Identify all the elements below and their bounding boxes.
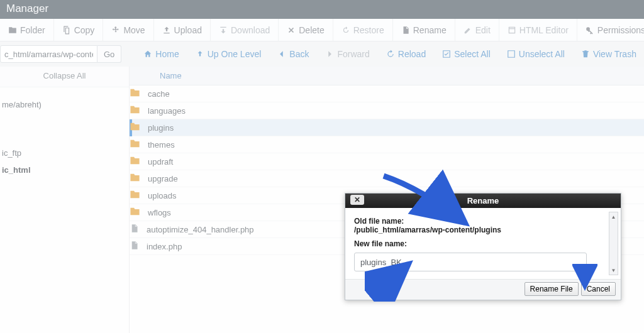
html-editor-icon [508,26,516,35]
view-trash-button[interactable]: View Trash [573,41,644,67]
up-one-level-button[interactable]: Up One Level [187,41,270,67]
file-icon [130,223,139,236]
forward-icon [325,50,334,58]
folder-icon [130,121,140,134]
modal-body: Old file name: /public_html/amarras/wp-c… [345,208,621,279]
scroll-up-icon[interactable]: ▲ [609,212,618,221]
folder-button[interactable]: Folder [0,19,54,41]
up-icon [196,50,204,58]
sidebar: Collapse All me/abreht) ic_ftp ic_html [0,67,130,333]
collapse-all-button[interactable]: Collapse All [0,67,129,87]
file-row[interactable]: themes [130,136,644,153]
folder-label: Folder [20,25,45,35]
modal-scrollbar[interactable]: ▲ ▼ [609,212,618,275]
up-label: Up One Level [208,49,262,59]
file-name: wflogs [148,208,171,217]
restore-icon [341,26,350,35]
copy-label: Copy [74,25,95,35]
old-name-label: Old file name: [354,217,612,226]
file-icon [130,240,139,253]
select-all-icon [442,50,451,58]
tree-item-ftp[interactable]: ic_ftp [0,145,129,161]
forward-label: Forward [337,49,369,59]
file-row[interactable]: updraft [130,153,644,170]
new-name-input[interactable] [354,253,587,271]
cancel-button[interactable]: Cancel [581,282,616,296]
restore-button[interactable]: Restore [333,19,393,41]
title-text: Manager [6,3,48,14]
folder-icon [130,206,140,219]
folder-icon [130,172,140,185]
modal-title-bar[interactable]: ✕ Rename [345,194,621,208]
home-button[interactable]: Home [135,41,187,67]
select-all-label: Select All [454,49,491,59]
close-icon[interactable]: ✕ [350,195,364,205]
folder-icon [130,189,140,202]
permissions-button[interactable]: Permissions [577,19,644,41]
folder-icon [8,26,17,35]
delete-label: Delete [299,25,324,35]
rename-modal: ✕ Rename Old file name: /public_html/ama… [345,193,621,300]
back-label: Back [289,49,309,59]
scroll-down-icon[interactable]: ▼ [609,266,618,275]
main-toolbar: Folder Copy Move Upload Download Delete … [0,19,644,41]
file-name: index.php [147,242,182,251]
permissions-label: Permissions [597,25,644,35]
trash-icon [581,50,590,58]
copy-icon [62,26,71,35]
column-header-name[interactable]: Name [130,67,644,85]
window-title: Manager [0,0,644,19]
folder-icon [130,138,140,151]
new-name-label: New file name: [354,239,612,248]
upload-label: Upload [174,25,202,35]
pencil-icon [464,26,472,35]
folder-icon [130,155,140,168]
select-all-button[interactable]: Select All [434,41,499,67]
file-name: updraft [148,157,173,166]
folder-icon [130,104,140,117]
html-editor-label: HTML Editor [519,25,569,35]
go-button[interactable]: Go [97,45,121,63]
view-trash-label: View Trash [593,49,636,59]
file-name: uploads [148,191,177,200]
file-name: autoptimize_404_handler.php [147,225,254,234]
edit-label: Edit [475,25,491,35]
file-row[interactable]: languages [130,102,644,119]
download-button[interactable]: Download [211,19,279,41]
reload-button[interactable]: Reload [378,41,434,67]
unselect-all-label: Unselect All [519,49,565,59]
file-row[interactable]: cache [130,85,644,102]
rename-button[interactable]: Rename [393,19,455,41]
delete-button[interactable]: Delete [279,19,333,41]
copy-button[interactable]: Copy [54,19,104,41]
back-icon [277,50,286,58]
file-name: languages [148,106,186,116]
file-row[interactable]: plugins [130,119,644,136]
file-name: cache [148,89,170,99]
rename-label: Rename [413,25,447,35]
unselect-all-button[interactable]: Unselect All [499,41,573,67]
rename-file-button[interactable]: Rename File [525,282,579,296]
action-bar: Go Home Up One Level Back Forward Reload… [0,41,644,67]
html-editor-button[interactable]: HTML Editor [499,19,577,41]
file-row[interactable]: upgrade [130,170,644,187]
key-icon [586,26,594,35]
restore-label: Restore [353,25,384,35]
home-icon [143,50,152,58]
move-button[interactable]: Move [103,19,153,41]
folder-icon [130,87,140,100]
forward-button[interactable]: Forward [317,41,377,67]
tree-item-root[interactable]: me/abreht) [0,96,129,113]
old-name-path: /public_html/amarras/wp-content/plugins [354,226,612,234]
reload-label: Reload [398,49,426,59]
file-name: plugins [148,123,174,133]
reload-icon [386,50,395,58]
path-input[interactable] [0,45,97,63]
back-button[interactable]: Back [269,41,317,67]
upload-button[interactable]: Upload [154,19,211,41]
tree-item-html[interactable]: ic_html [0,161,129,178]
download-label: Download [231,25,270,35]
unselect-all-icon [507,50,516,58]
move-label: Move [123,25,145,35]
edit-button[interactable]: Edit [455,19,499,41]
